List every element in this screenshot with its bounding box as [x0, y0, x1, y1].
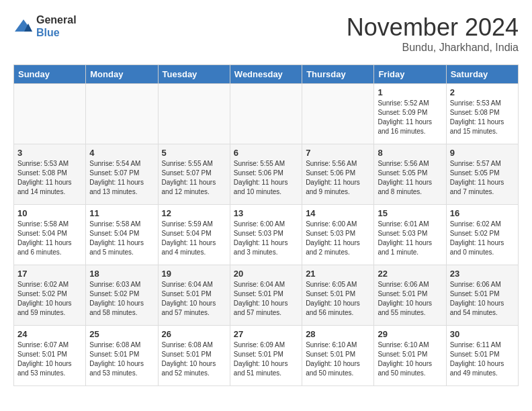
weekday-header-saturday: Saturday	[446, 65, 518, 84]
day-number: 27	[234, 329, 298, 339]
day-number: 25	[89, 329, 154, 339]
day-info: Sunrise: 5:58 AM Sunset: 5:04 PM Dayligh…	[17, 220, 82, 257]
day-number: 24	[17, 329, 82, 339]
calendar-cell	[302, 84, 374, 144]
logo-text: General Blue	[36, 13, 77, 39]
day-info: Sunrise: 5:52 AM Sunset: 5:09 PM Dayligh…	[378, 99, 442, 136]
day-number: 13	[234, 208, 298, 218]
calendar-cell: 4Sunrise: 5:54 AM Sunset: 5:07 PM Daylig…	[86, 144, 158, 205]
day-info: Sunrise: 6:03 AM Sunset: 5:02 PM Dayligh…	[89, 280, 154, 318]
calendar-cell: 20Sunrise: 6:04 AM Sunset: 5:01 PM Dayli…	[230, 265, 302, 326]
calendar-cell: 18Sunrise: 6:03 AM Sunset: 5:02 PM Dayli…	[86, 265, 158, 326]
calendar-table: SundayMondayTuesdayWednesdayThursdayFrid…	[13, 64, 519, 386]
day-number: 1	[378, 87, 442, 97]
day-number: 4	[89, 148, 154, 158]
day-info: Sunrise: 5:53 AM Sunset: 5:08 PM Dayligh…	[17, 159, 82, 197]
calendar-cell: 7Sunrise: 5:56 AM Sunset: 5:06 PM Daylig…	[302, 144, 374, 205]
day-info: Sunrise: 6:02 AM Sunset: 5:02 PM Dayligh…	[450, 220, 515, 257]
month-title: November 2024	[347, 13, 519, 42]
weekday-header-tuesday: Tuesday	[158, 65, 230, 84]
day-number: 16	[450, 208, 515, 218]
calendar-cell: 2Sunrise: 5:53 AM Sunset: 5:08 PM Daylig…	[446, 84, 518, 144]
day-number: 26	[162, 329, 226, 339]
day-info: Sunrise: 6:06 AM Sunset: 5:01 PM Dayligh…	[378, 280, 442, 318]
day-info: Sunrise: 6:10 AM Sunset: 5:01 PM Dayligh…	[378, 340, 442, 378]
calendar-cell: 16Sunrise: 6:02 AM Sunset: 5:02 PM Dayli…	[446, 205, 518, 265]
day-number: 14	[306, 208, 370, 218]
day-number: 7	[306, 148, 370, 158]
calendar-cell: 27Sunrise: 6:09 AM Sunset: 5:01 PM Dayli…	[230, 326, 302, 386]
day-info: Sunrise: 6:06 AM Sunset: 5:01 PM Dayligh…	[450, 280, 515, 318]
day-number: 18	[89, 269, 154, 279]
calendar-cell: 23Sunrise: 6:06 AM Sunset: 5:01 PM Dayli…	[446, 265, 518, 326]
day-info: Sunrise: 6:09 AM Sunset: 5:01 PM Dayligh…	[234, 340, 298, 378]
calendar-cell	[14, 84, 86, 144]
day-number: 28	[306, 329, 370, 339]
day-info: Sunrise: 5:58 AM Sunset: 5:04 PM Dayligh…	[89, 220, 154, 257]
weekday-header-wednesday: Wednesday	[230, 65, 302, 84]
calendar-cell: 26Sunrise: 6:08 AM Sunset: 5:01 PM Dayli…	[158, 326, 230, 386]
calendar-cell: 14Sunrise: 6:00 AM Sunset: 5:03 PM Dayli…	[302, 205, 374, 265]
day-info: Sunrise: 6:11 AM Sunset: 5:01 PM Dayligh…	[450, 340, 515, 378]
day-info: Sunrise: 6:08 AM Sunset: 5:01 PM Dayligh…	[89, 340, 154, 378]
day-number: 5	[162, 148, 226, 158]
day-info: Sunrise: 5:55 AM Sunset: 5:06 PM Dayligh…	[234, 159, 298, 197]
weekday-header-thursday: Thursday	[302, 65, 374, 84]
calendar-week-4: 17Sunrise: 6:02 AM Sunset: 5:02 PM Dayli…	[14, 265, 519, 326]
calendar-cell: 17Sunrise: 6:02 AM Sunset: 5:02 PM Dayli…	[14, 265, 86, 326]
calendar-cell: 8Sunrise: 5:56 AM Sunset: 5:05 PM Daylig…	[374, 144, 446, 205]
day-info: Sunrise: 6:04 AM Sunset: 5:01 PM Dayligh…	[234, 280, 298, 318]
logo: General Blue	[13, 13, 77, 39]
day-number: 20	[234, 269, 298, 279]
day-number: 15	[378, 208, 442, 218]
calendar-week-2: 3Sunrise: 5:53 AM Sunset: 5:08 PM Daylig…	[14, 144, 519, 205]
day-number: 29	[378, 329, 442, 339]
calendar-cell: 28Sunrise: 6:10 AM Sunset: 5:01 PM Dayli…	[302, 326, 374, 386]
calendar-body: 1Sunrise: 5:52 AM Sunset: 5:09 PM Daylig…	[14, 84, 519, 386]
calendar-cell: 29Sunrise: 6:10 AM Sunset: 5:01 PM Dayli…	[374, 326, 446, 386]
weekday-header-sunday: Sunday	[14, 65, 86, 84]
day-number: 23	[450, 269, 515, 279]
calendar-cell: 21Sunrise: 6:05 AM Sunset: 5:01 PM Dayli…	[302, 265, 374, 326]
calendar-cell: 11Sunrise: 5:58 AM Sunset: 5:04 PM Dayli…	[86, 205, 158, 265]
day-info: Sunrise: 5:56 AM Sunset: 5:05 PM Dayligh…	[378, 159, 442, 197]
day-number: 10	[17, 208, 82, 218]
day-number: 6	[234, 148, 298, 158]
day-number: 12	[162, 208, 226, 218]
title-area: November 2024 Bundu, Jharkhand, India	[347, 13, 519, 54]
calendar-cell: 30Sunrise: 6:11 AM Sunset: 5:01 PM Dayli…	[446, 326, 518, 386]
location-subtitle: Bundu, Jharkhand, India	[347, 42, 519, 54]
day-info: Sunrise: 6:10 AM Sunset: 5:01 PM Dayligh…	[306, 340, 370, 378]
day-info: Sunrise: 5:57 AM Sunset: 5:05 PM Dayligh…	[450, 159, 515, 197]
calendar-cell	[158, 84, 230, 144]
calendar-cell: 3Sunrise: 5:53 AM Sunset: 5:08 PM Daylig…	[14, 144, 86, 205]
day-number: 9	[450, 148, 515, 158]
calendar-cell: 9Sunrise: 5:57 AM Sunset: 5:05 PM Daylig…	[446, 144, 518, 205]
day-info: Sunrise: 6:00 AM Sunset: 5:03 PM Dayligh…	[234, 220, 298, 257]
day-info: Sunrise: 6:07 AM Sunset: 5:01 PM Dayligh…	[17, 340, 82, 378]
calendar-cell: 22Sunrise: 6:06 AM Sunset: 5:01 PM Dayli…	[374, 265, 446, 326]
calendar-header-row: SundayMondayTuesdayWednesdayThursdayFrid…	[14, 65, 519, 84]
calendar-week-3: 10Sunrise: 5:58 AM Sunset: 5:04 PM Dayli…	[14, 205, 519, 265]
calendar-cell: 13Sunrise: 6:00 AM Sunset: 5:03 PM Dayli…	[230, 205, 302, 265]
day-info: Sunrise: 5:56 AM Sunset: 5:06 PM Dayligh…	[306, 159, 370, 197]
day-info: Sunrise: 5:53 AM Sunset: 5:08 PM Dayligh…	[450, 99, 515, 136]
calendar-cell	[230, 84, 302, 144]
day-info: Sunrise: 5:59 AM Sunset: 5:04 PM Dayligh…	[162, 220, 226, 257]
page-header: General Blue November 2024 Bundu, Jharkh…	[13, 13, 519, 54]
day-number: 2	[450, 87, 515, 97]
day-number: 22	[378, 269, 442, 279]
calendar-week-1: 1Sunrise: 5:52 AM Sunset: 5:09 PM Daylig…	[14, 84, 519, 144]
day-number: 17	[17, 269, 82, 279]
day-info: Sunrise: 5:54 AM Sunset: 5:07 PM Dayligh…	[89, 159, 154, 197]
calendar-week-5: 24Sunrise: 6:07 AM Sunset: 5:01 PM Dayli…	[14, 326, 519, 386]
day-number: 11	[89, 208, 154, 218]
day-info: Sunrise: 6:02 AM Sunset: 5:02 PM Dayligh…	[17, 280, 82, 318]
day-number: 21	[306, 269, 370, 279]
calendar-cell: 24Sunrise: 6:07 AM Sunset: 5:01 PM Dayli…	[14, 326, 86, 386]
calendar-cell: 1Sunrise: 5:52 AM Sunset: 5:09 PM Daylig…	[374, 84, 446, 144]
day-info: Sunrise: 5:55 AM Sunset: 5:07 PM Dayligh…	[162, 159, 226, 197]
calendar-cell	[86, 84, 158, 144]
day-info: Sunrise: 6:08 AM Sunset: 5:01 PM Dayligh…	[162, 340, 226, 378]
day-number: 30	[450, 329, 515, 339]
